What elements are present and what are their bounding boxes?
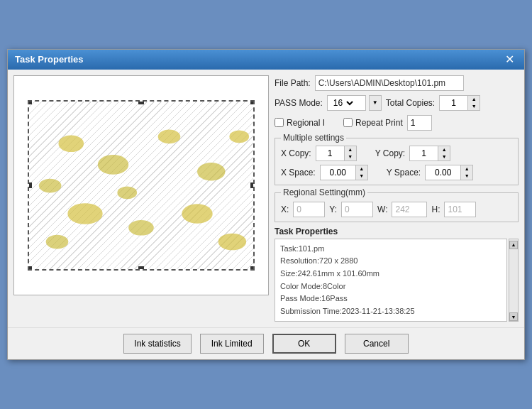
svg-point-5 bbox=[128, 220, 154, 236]
rs-y-label: Y: bbox=[329, 204, 337, 214]
regional-checkbox-label[interactable]: Regional I bbox=[275, 118, 325, 128]
dialog-footer: Ink statistics Ink Limited OK Cancel bbox=[8, 327, 524, 359]
handle-mid-left bbox=[28, 182, 32, 188]
pass-mode-select-field[interactable]: 1 2 4 8 16 32 bbox=[327, 95, 366, 111]
y-copy-up[interactable]: ▲ bbox=[438, 146, 450, 153]
regional-setting-row: X: Y: W: H: bbox=[281, 202, 512, 217]
regional-setting-group: Regional Setting(mm) X: Y: W: H: bbox=[275, 192, 519, 222]
repeat-print-input[interactable] bbox=[407, 115, 432, 131]
total-copies-input[interactable] bbox=[439, 95, 467, 111]
task-properties-section: Task Properties Task:101.pm Resolution:7… bbox=[275, 227, 519, 322]
x-copy-down[interactable]: ▼ bbox=[345, 153, 356, 160]
copy-row: X Copy: ▲ ▼ Y Copy: ▲ bbox=[281, 146, 512, 161]
scroll-up-btn[interactable]: ▲ bbox=[509, 241, 518, 249]
handle-top-right bbox=[250, 100, 255, 104]
regional-setting-title: Regional Setting(mm) bbox=[281, 187, 367, 197]
y-copy-input[interactable] bbox=[409, 146, 438, 161]
rs-h-label: H: bbox=[431, 204, 440, 214]
svg-point-2 bbox=[158, 129, 181, 143]
x-copy-up[interactable]: ▲ bbox=[345, 146, 356, 153]
rs-y-input[interactable] bbox=[341, 202, 373, 217]
task-line-3: Color Mode:8Color bbox=[280, 280, 501, 293]
pass-mode-select[interactable]: 1 2 4 8 16 32 bbox=[331, 97, 355, 109]
x-space-input[interactable] bbox=[320, 165, 355, 180]
y-space-label: Y Space: bbox=[387, 168, 421, 178]
ink-limited-button[interactable]: Ink Limited bbox=[200, 334, 264, 354]
task-line-5: Submission Time:2023-11-21-13:38:25 bbox=[280, 305, 501, 318]
y-copy-label: Y Copy: bbox=[375, 148, 405, 158]
repeat-print-checkbox-label[interactable]: Repeat Print bbox=[343, 118, 403, 128]
handle-mid-right bbox=[250, 182, 255, 188]
file-path-input[interactable] bbox=[315, 75, 464, 91]
x-space-btns: ▲ ▼ bbox=[355, 165, 368, 180]
scroll-down-btn[interactable]: ▼ bbox=[509, 312, 518, 321]
task-line-2: Size:242.61mm x 101.60mm bbox=[280, 268, 501, 280]
multiple-settings-body: X Copy: ▲ ▼ Y Copy: ▲ bbox=[281, 146, 512, 180]
total-copies-spinbox[interactable]: ▲ ▼ bbox=[439, 95, 480, 111]
x-copy-label: X Copy: bbox=[281, 148, 311, 158]
svg-point-11 bbox=[39, 178, 62, 192]
dialog-body: File Path: PASS Mode: 1 2 4 8 16 32 bbox=[8, 70, 524, 328]
file-path-label: File Path: bbox=[275, 78, 311, 88]
preview-canvas bbox=[28, 100, 255, 271]
file-path-row: File Path: bbox=[275, 75, 519, 91]
y-copy-down[interactable]: ▼ bbox=[438, 153, 450, 160]
rs-w-input[interactable] bbox=[392, 202, 427, 217]
pass-mode-dropdown-btn[interactable]: ▼ bbox=[369, 95, 382, 111]
x-space-up[interactable]: ▲ bbox=[356, 165, 367, 173]
multiple-settings-group: Multiple settings X Copy: ▲ ▼ Y Copy: bbox=[275, 138, 519, 185]
x-copy-btns: ▲ ▼ bbox=[344, 146, 357, 161]
ink-statistics-button[interactable]: Ink statistics bbox=[123, 334, 191, 354]
handle-top-left bbox=[28, 100, 32, 104]
dialog-title: Task Properties bbox=[15, 54, 84, 65]
repeat-print-label: Repeat Print bbox=[355, 118, 403, 128]
task-properties-box: Task:101.pm Resolution:720 x 2880 Size:2… bbox=[275, 239, 507, 322]
regional-checkbox[interactable] bbox=[275, 118, 284, 127]
repeat-print-checkbox[interactable] bbox=[343, 118, 353, 127]
y-space-input[interactable] bbox=[425, 165, 460, 180]
x-space-down[interactable]: ▼ bbox=[356, 173, 367, 180]
x-space-spinbox[interactable]: ▲ ▼ bbox=[320, 165, 368, 180]
ok-button[interactable]: OK bbox=[272, 334, 336, 354]
rs-w-label: W: bbox=[377, 204, 387, 214]
regional-row: Regional I Repeat Print bbox=[275, 115, 519, 131]
task-properties-dialog: Task Properties ✕ bbox=[7, 49, 525, 361]
space-row: X Space: ▲ ▼ Y Space: ▲ bbox=[281, 165, 512, 180]
x-copy-input[interactable] bbox=[316, 146, 344, 161]
y-space-down[interactable]: ▼ bbox=[461, 173, 472, 180]
regional-label: Regional I bbox=[287, 118, 325, 128]
rs-x-label: X: bbox=[281, 204, 289, 214]
task-line-4: Pass Mode:16Pass bbox=[280, 293, 501, 305]
rs-x-input[interactable] bbox=[293, 202, 325, 217]
close-button[interactable]: ✕ bbox=[502, 54, 517, 65]
cancel-button[interactable]: Cancel bbox=[345, 334, 409, 354]
preview-panel bbox=[13, 75, 269, 295]
rs-h-input[interactable] bbox=[444, 202, 476, 217]
task-properties-wrapper: Task:101.pm Resolution:720 x 2880 Size:2… bbox=[275, 239, 519, 322]
x-copy-spinbox[interactable]: ▲ ▼ bbox=[316, 146, 357, 161]
total-copies-down[interactable]: ▼ bbox=[468, 103, 480, 110]
preview-image bbox=[29, 102, 253, 270]
svg-point-6 bbox=[182, 204, 212, 224]
multiple-settings-title: Multiple settings bbox=[281, 133, 346, 143]
handle-bottom-right bbox=[250, 266, 255, 271]
task-line-0: Task:101.pm bbox=[280, 243, 501, 256]
task-properties-title: Task Properties bbox=[275, 227, 519, 236]
y-copy-spinbox[interactable]: ▲ ▼ bbox=[409, 146, 450, 161]
svg-point-0 bbox=[58, 135, 84, 152]
pass-mode-row: PASS Mode: 1 2 4 8 16 32 ▼ Total bbox=[275, 95, 519, 111]
y-space-up[interactable]: ▲ bbox=[461, 165, 472, 173]
task-line-1: Resolution:720 x 2880 bbox=[280, 255, 501, 268]
handle-bottom-left bbox=[28, 266, 32, 271]
total-copies-up[interactable]: ▲ bbox=[468, 96, 480, 103]
svg-point-8 bbox=[218, 233, 247, 250]
y-space-spinbox[interactable]: ▲ ▼ bbox=[425, 165, 473, 180]
title-bar: Task Properties ✕ bbox=[8, 50, 524, 70]
pass-mode-select-wrapper: 1 2 4 8 16 32 ▼ bbox=[327, 95, 382, 111]
task-props-scrollbar[interactable]: ▲ ▼ bbox=[509, 239, 519, 322]
handle-bottom-mid bbox=[138, 266, 144, 271]
total-copies-label: Total Copies: bbox=[386, 98, 435, 108]
handle-top-mid bbox=[138, 100, 144, 104]
right-panel: File Path: PASS Mode: 1 2 4 8 16 32 bbox=[275, 75, 519, 322]
svg-point-9 bbox=[117, 186, 137, 199]
